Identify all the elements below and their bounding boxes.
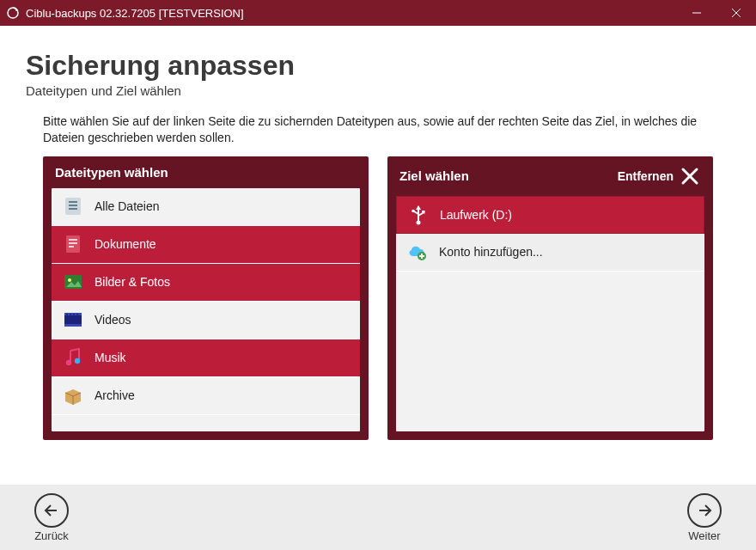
target-header-label: Ziel wählen xyxy=(399,168,469,183)
filetype-music[interactable]: Musik xyxy=(52,339,360,377)
music-icon xyxy=(58,346,88,369)
document-icon xyxy=(58,233,88,255)
filetype-all-files[interactable]: Alle Dateien xyxy=(52,188,360,226)
svg-rect-20 xyxy=(73,314,75,315)
svg-point-31 xyxy=(412,209,415,212)
target-add-account[interactable]: Konto hinzufügen... xyxy=(396,234,704,272)
svg-point-30 xyxy=(417,220,421,224)
target-label: Konto hinzufügen... xyxy=(439,245,543,259)
svg-rect-9 xyxy=(66,235,80,253)
filetype-photos[interactable]: Bilder & Fotos xyxy=(52,264,360,302)
cloud-add-icon xyxy=(403,241,432,263)
filetypes-panel: Dateitypen wählen Alle Dateien Dokumente xyxy=(43,156,369,440)
usb-icon xyxy=(404,204,433,226)
filetypes-list: Alle Dateien Dokumente Bilder & Fotos xyxy=(52,188,360,431)
remove-button[interactable] xyxy=(679,165,701,187)
filetype-videos[interactable]: Videos xyxy=(52,302,360,339)
video-icon xyxy=(58,309,88,331)
target-header: Ziel wählen Entfernen xyxy=(387,156,713,196)
instruction-text: Bitte wählen Sie auf der linken Seite di… xyxy=(43,113,713,146)
filetype-label: Dokumente xyxy=(94,237,156,251)
filetypes-header: Dateitypen wählen xyxy=(43,156,369,188)
app-icon xyxy=(0,6,26,20)
back-label: Zurück xyxy=(34,529,69,542)
svg-rect-17 xyxy=(64,324,82,327)
filetype-archive[interactable]: Archive xyxy=(52,377,360,415)
page-subtitle: Dateitypen und Ziel wählen xyxy=(26,83,730,98)
titlebar: Ciblu-backups 02.32.7205 [TESTVERSION] xyxy=(0,0,756,26)
filetype-documents[interactable]: Dokumente xyxy=(52,226,360,264)
svg-rect-18 xyxy=(66,314,68,315)
target-label: Laufwerk (D:) xyxy=(440,208,512,222)
minimize-button[interactable] xyxy=(677,0,716,26)
remove-label: Entfernen xyxy=(618,169,674,183)
filetype-label: Musik xyxy=(94,351,126,364)
target-panel: Ziel wählen Entfernen Laufwerk (D:) xyxy=(387,156,713,440)
svg-point-14 xyxy=(68,278,71,282)
target-list: Laufwerk (D:) Konto hinzufügen... xyxy=(396,196,704,431)
filetype-label: Bilder & Fotos xyxy=(94,275,170,289)
svg-rect-19 xyxy=(70,314,71,315)
window-title: Ciblu-backups 02.32.7205 [TESTVERSION] xyxy=(26,7,677,20)
photos-icon xyxy=(58,271,88,293)
close-button[interactable] xyxy=(716,0,756,26)
content: Sicherung anpassen Dateitypen und Ziel w… xyxy=(0,26,756,440)
arrow-right-icon xyxy=(687,493,722,528)
target-drive[interactable]: Laufwerk (D:) xyxy=(396,196,704,234)
page-title: Sicherung anpassen xyxy=(26,50,730,82)
filetype-label: Videos xyxy=(94,313,131,327)
next-button[interactable]: Weiter xyxy=(687,493,722,542)
svg-marker-29 xyxy=(416,205,421,210)
footer: Zurück Weiter xyxy=(0,485,756,550)
svg-point-23 xyxy=(75,358,80,364)
back-button[interactable]: Zurück xyxy=(34,493,69,542)
filetype-label: Alle Dateien xyxy=(94,199,160,213)
svg-rect-21 xyxy=(76,314,78,315)
all-files-icon xyxy=(58,195,88,217)
arrow-left-icon xyxy=(34,493,69,528)
next-label: Weiter xyxy=(688,529,720,542)
svg-rect-32 xyxy=(422,211,425,214)
archive-icon xyxy=(58,384,88,406)
filetype-label: Archive xyxy=(94,388,135,402)
filetypes-header-label: Dateitypen wählen xyxy=(55,165,168,180)
panels: Dateitypen wählen Alle Dateien Dokumente xyxy=(26,156,730,440)
